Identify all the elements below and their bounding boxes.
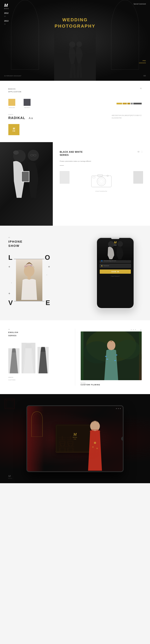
lock-icon: 🔒	[101, 265, 103, 266]
english-section-num: 04	[8, 329, 69, 330]
svg-point-18	[24, 265, 27, 267]
hero-logo-sub: minio	[4, 8, 9, 9]
ipad-nav-dot-1[interactable]	[116, 408, 117, 409]
love-plus-top-left: +	[8, 265, 10, 269]
svg-rect-14	[98, 174, 103, 176]
svg-point-19	[27, 264, 30, 266]
dress-img-1	[8, 348, 19, 373]
love-woman-photo	[16, 259, 42, 301]
color-bar-5	[133, 103, 142, 104]
ipad-woman-figure	[81, 418, 109, 471]
svg-point-12	[98, 178, 105, 184]
love-plus-top-right: +	[48, 265, 50, 269]
bw-description: Private customization makes our marriage…	[60, 160, 94, 162]
love-plus-bottom-left: +	[8, 292, 10, 296]
font-block: Fonts RADIKAL A a	[8, 114, 33, 120]
camera-label: PHOTOGRAPH	[60, 190, 143, 192]
bw-icons[interactable]: 02 ⋮	[138, 150, 143, 153]
dress-label: DRESS CUSTOMs	[8, 376, 69, 381]
europe-label: Europe CUSTOM FILMING	[81, 382, 142, 386]
ipad-section: 囍 M minio 米诺 M minio	[0, 394, 150, 483]
svg-rect-10	[91, 176, 111, 187]
hero-years: 2012 09 2013 08	[4, 11, 8, 25]
more-dots[interactable]: • • •	[131, 329, 136, 331]
typography-section: Fonts RADIKAL A a ABCDEFGHIJKLMNOPQRSTUV…	[8, 114, 142, 120]
iphone-forgot-password[interactable]: Forgot Password?	[100, 276, 131, 277]
font-ab: A a	[29, 116, 33, 120]
logo-badge: M 米诺	[8, 124, 19, 135]
dress-img-3	[37, 347, 49, 373]
love-letter-v: V	[8, 299, 13, 306]
hero-free-badge: Free Admission	[139, 60, 146, 64]
font-name: RADIKAL	[8, 116, 25, 120]
love-dot-bottom-left: ·	[11, 281, 12, 284]
dress-images	[8, 343, 69, 373]
basics-title: BASICS APPLICATION	[8, 88, 21, 93]
color-bar-1	[117, 103, 122, 104]
hero-background: M minio WEDDING PHOTOGRAPHY 2012 09 2013…	[0, 0, 150, 81]
iphone-notch	[111, 238, 120, 239]
english-series-section: 04 ENGLISH SERIES	[0, 320, 150, 394]
europe-photo	[81, 332, 142, 380]
svg-point-3	[13, 150, 19, 155]
ipad-nav-dots[interactable]	[116, 408, 121, 409]
svg-point-35	[94, 442, 96, 444]
bw-camera-area	[72, 171, 131, 189]
ipad-mockup: 囍 M minio 米诺	[26, 405, 124, 472]
english-series-left: 04 ENGLISH SERIES	[8, 329, 69, 386]
bw-section-num: 02	[138, 151, 140, 153]
bw-series-header: BLACK AND WHITE SERIES 02 ⋮	[60, 150, 143, 157]
iphone-password-field[interactable]: 🔒 Password	[100, 264, 131, 268]
color-bars	[117, 103, 142, 104]
iphone-show-left: 03 IPHONE SHOW	[8, 237, 83, 309]
bw-title-block: BLACK AND WHITE SERIES	[60, 150, 83, 157]
svg-point-22	[108, 241, 114, 247]
basics-header: BASICS APPLICATION 01	[8, 88, 142, 93]
hero-couple-silhouette	[54, 22, 96, 81]
swatch-dark-code: #4F4F57	[24, 107, 30, 108]
svg-point-23	[117, 241, 123, 247]
ipad-nav-dot-2[interactable]	[118, 408, 119, 409]
europe-sub: Europe	[81, 382, 142, 384]
iphone-app-logo-area: M 米诺	[114, 241, 117, 246]
europe-title: CUSTOM FILMING	[81, 384, 142, 386]
bw-thumbnails	[60, 171, 143, 189]
svg-rect-15	[93, 177, 95, 178]
svg-point-0	[69, 42, 75, 48]
bw-section: BLACK AND WHITE SERIES 02 ⋮ Private cust…	[0, 142, 150, 226]
ipad-arch-element	[30, 409, 44, 437]
iphone-section-num: 03	[8, 237, 83, 238]
alphabet-display: ABCDEFGHIJKLMNOPQRSTUVWXYZ 0123456789	[112, 114, 142, 119]
svg-text:M: M	[73, 432, 77, 436]
ipad-bottom-logo: M minio	[8, 474, 12, 479]
bw-thumb-2	[133, 171, 143, 184]
iphone-screen: M 米诺 👤 Yourname@gmail.com 🔒 Password SIA…	[97, 238, 134, 308]
hero-go-label[interactable]: GO	[144, 75, 146, 76]
hero-logo: M minio	[4, 3, 9, 9]
ipad-screen: 囍 M minio 米诺	[27, 406, 123, 471]
iphone-password-placeholder: Password	[104, 265, 109, 266]
basics-section: BASICS APPLICATION 01 #E8C060 #4F4F57 Fo…	[0, 81, 150, 142]
iphone-signin-button[interactable]: SIAN IN	[100, 270, 131, 274]
font-label: Fonts	[8, 114, 33, 115]
ipad-nav-dot-3[interactable]	[120, 408, 121, 409]
iphone-mockup: M 米诺 👤 Yourname@gmail.com 🔒 Password SIA…	[96, 237, 135, 309]
basics-section-num: 01	[140, 88, 142, 89]
svg-point-36	[92, 446, 94, 448]
hero-arch-left	[11, 0, 39, 70]
love-dot-top-right: ·	[46, 273, 47, 276]
bw-more-icon[interactable]: ⋮	[141, 150, 143, 153]
english-divider	[75, 329, 75, 386]
hero-discount: 30 PERCENT DISCOUNT	[4, 75, 21, 76]
english-series-title: ENGLISH SERIES	[8, 331, 69, 337]
iphone-login-form: 👤 Yourname@gmail.com 🔒 Password SIAN IN …	[100, 259, 131, 277]
chinese-pattern-top-left	[4, 398, 15, 410]
iphone-email-placeholder: Yourname@gmail.com	[104, 260, 116, 262]
swatch-dark-box	[24, 99, 30, 106]
love-layout: L O V E + + + · ·	[8, 254, 50, 306]
europe-photo-container: MORE	[81, 332, 142, 380]
svg-point-20	[30, 265, 32, 266]
hero-nav-right[interactable]: Special Customized	[134, 3, 146, 5]
bw-right-column: BLACK AND WHITE SERIES 02 ⋮ Private cust…	[53, 142, 150, 226]
svg-point-29	[107, 340, 115, 350]
